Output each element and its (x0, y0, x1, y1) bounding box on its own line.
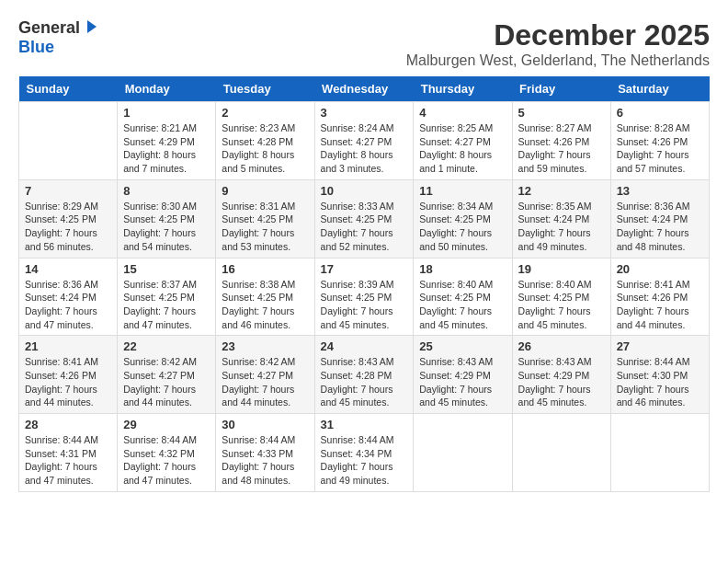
calendar-cell: 7Sunrise: 8:29 AMSunset: 4:25 PMDaylight… (19, 179, 118, 258)
calendar-cell: 13Sunrise: 8:36 AMSunset: 4:24 PMDayligh… (610, 179, 709, 258)
day-number: 3 (321, 106, 408, 120)
day-number: 13 (617, 184, 703, 198)
day-number: 2 (222, 106, 308, 120)
day-info: Sunrise: 8:36 AMSunset: 4:24 PMDaylight:… (617, 200, 703, 254)
calendar-cell: 1Sunrise: 8:21 AMSunset: 4:29 PMDaylight… (118, 102, 216, 180)
logo-icon (82, 18, 98, 35)
svg-marker-0 (87, 20, 97, 33)
header-wednesday: Wednesday (314, 76, 414, 102)
day-number: 16 (222, 262, 308, 276)
day-number: 4 (419, 106, 506, 120)
week-row-5: 28Sunrise: 8:44 AMSunset: 4:31 PMDayligh… (19, 414, 710, 492)
day-info: Sunrise: 8:40 AMSunset: 4:25 PMDaylight:… (419, 278, 506, 332)
day-number: 20 (617, 262, 703, 276)
day-info: Sunrise: 8:39 AMSunset: 4:25 PMDaylight:… (321, 278, 408, 332)
day-info: Sunrise: 8:43 AMSunset: 4:28 PMDaylight:… (321, 355, 408, 409)
calendar-cell: 22Sunrise: 8:42 AMSunset: 4:27 PMDayligh… (118, 336, 216, 414)
logo-text-blue: Blue (18, 38, 54, 57)
calendar-cell: 12Sunrise: 8:35 AMSunset: 4:24 PMDayligh… (512, 179, 610, 258)
calendar-cell: 5Sunrise: 8:27 AMSunset: 4:26 PMDaylight… (512, 102, 610, 180)
logo-text-general: General (18, 18, 80, 38)
day-number: 10 (321, 184, 408, 198)
title-block: December 2025 Malburgen West, Gelderland… (406, 18, 710, 69)
calendar-cell: 3Sunrise: 8:24 AMSunset: 4:27 PMDaylight… (314, 102, 414, 180)
calendar-cell: 20Sunrise: 8:41 AMSunset: 4:26 PMDayligh… (610, 258, 709, 336)
page-header: General Blue December 2025 Malburgen Wes… (18, 18, 710, 69)
header-thursday: Thursday (414, 76, 512, 102)
month-title: December 2025 (406, 18, 710, 52)
calendar-cell: 28Sunrise: 8:44 AMSunset: 4:31 PMDayligh… (19, 414, 118, 492)
day-number: 26 (518, 339, 605, 353)
calendar-cell: 15Sunrise: 8:37 AMSunset: 4:25 PMDayligh… (118, 258, 216, 336)
day-info: Sunrise: 8:29 AMSunset: 4:25 PMDaylight:… (25, 200, 111, 254)
header-tuesday: Tuesday (216, 76, 314, 102)
day-info: Sunrise: 8:34 AMSunset: 4:25 PMDaylight:… (419, 200, 506, 254)
day-number: 22 (123, 339, 210, 353)
calendar-cell: 26Sunrise: 8:43 AMSunset: 4:29 PMDayligh… (512, 336, 610, 414)
calendar-cell: 9Sunrise: 8:31 AMSunset: 4:25 PMDaylight… (216, 179, 314, 258)
day-info: Sunrise: 8:43 AMSunset: 4:29 PMDaylight:… (518, 355, 605, 409)
calendar-body: 1Sunrise: 8:21 AMSunset: 4:29 PMDaylight… (19, 102, 710, 492)
day-info: Sunrise: 8:44 AMSunset: 4:31 PMDaylight:… (25, 433, 111, 488)
day-info: Sunrise: 8:33 AMSunset: 4:25 PMDaylight:… (321, 200, 408, 254)
day-info: Sunrise: 8:27 AMSunset: 4:26 PMDaylight:… (518, 121, 605, 176)
calendar-cell: 16Sunrise: 8:38 AMSunset: 4:25 PMDayligh… (216, 258, 314, 336)
day-number: 1 (123, 106, 210, 120)
header-sunday: Sunday (19, 76, 118, 102)
day-info: Sunrise: 8:38 AMSunset: 4:25 PMDaylight:… (222, 278, 308, 332)
day-number: 5 (518, 106, 605, 120)
day-info: Sunrise: 8:44 AMSunset: 4:33 PMDaylight:… (222, 433, 308, 488)
day-number: 25 (419, 339, 506, 353)
day-number: 28 (25, 418, 111, 431)
day-info: Sunrise: 8:23 AMSunset: 4:28 PMDaylight:… (222, 121, 308, 176)
calendar-header: Sunday Monday Tuesday Wednesday Thursday… (19, 76, 710, 102)
calendar-cell: 6Sunrise: 8:28 AMSunset: 4:26 PMDaylight… (610, 102, 709, 180)
day-info: Sunrise: 8:42 AMSunset: 4:27 PMDaylight:… (222, 355, 308, 409)
week-row-3: 14Sunrise: 8:36 AMSunset: 4:24 PMDayligh… (19, 258, 710, 336)
calendar-cell: 19Sunrise: 8:40 AMSunset: 4:25 PMDayligh… (512, 258, 610, 336)
day-info: Sunrise: 8:31 AMSunset: 4:25 PMDaylight:… (222, 200, 308, 254)
day-number: 17 (321, 262, 408, 276)
day-number: 12 (518, 184, 605, 198)
day-info: Sunrise: 8:44 AMSunset: 4:34 PMDaylight:… (321, 433, 408, 488)
day-number: 9 (222, 184, 308, 198)
header-monday: Monday (118, 76, 216, 102)
day-info: Sunrise: 8:24 AMSunset: 4:27 PMDaylight:… (321, 121, 408, 176)
day-number: 21 (25, 339, 111, 353)
day-info: Sunrise: 8:42 AMSunset: 4:27 PMDaylight:… (123, 355, 210, 409)
week-row-2: 7Sunrise: 8:29 AMSunset: 4:25 PMDaylight… (19, 179, 710, 258)
calendar-cell: 2Sunrise: 8:23 AMSunset: 4:28 PMDaylight… (216, 102, 314, 180)
day-number: 11 (419, 184, 506, 198)
calendar-cell: 27Sunrise: 8:44 AMSunset: 4:30 PMDayligh… (610, 336, 709, 414)
day-number: 29 (123, 418, 210, 431)
week-row-1: 1Sunrise: 8:21 AMSunset: 4:29 PMDaylight… (19, 102, 710, 180)
day-number: 27 (617, 339, 703, 353)
calendar-cell: 8Sunrise: 8:30 AMSunset: 4:25 PMDaylight… (118, 179, 216, 258)
day-number: 19 (518, 262, 605, 276)
day-info: Sunrise: 8:44 AMSunset: 4:30 PMDaylight:… (617, 355, 703, 409)
calendar-table: Sunday Monday Tuesday Wednesday Thursday… (18, 76, 710, 492)
day-info: Sunrise: 8:36 AMSunset: 4:24 PMDaylight:… (25, 278, 111, 332)
day-info: Sunrise: 8:40 AMSunset: 4:25 PMDaylight:… (518, 278, 605, 332)
calendar-cell: 31Sunrise: 8:44 AMSunset: 4:34 PMDayligh… (314, 414, 414, 492)
day-info: Sunrise: 8:25 AMSunset: 4:27 PMDaylight:… (419, 121, 506, 176)
day-info: Sunrise: 8:41 AMSunset: 4:26 PMDaylight:… (617, 278, 703, 332)
calendar-cell: 11Sunrise: 8:34 AMSunset: 4:25 PMDayligh… (414, 179, 512, 258)
day-number: 24 (321, 339, 408, 353)
calendar-cell (610, 414, 709, 492)
calendar-cell: 29Sunrise: 8:44 AMSunset: 4:32 PMDayligh… (118, 414, 216, 492)
day-number: 31 (321, 418, 408, 431)
calendar-cell (414, 414, 512, 492)
day-info: Sunrise: 8:41 AMSunset: 4:26 PMDaylight:… (25, 355, 111, 409)
day-number: 8 (123, 184, 210, 198)
calendar-cell: 30Sunrise: 8:44 AMSunset: 4:33 PMDayligh… (216, 414, 314, 492)
calendar-cell: 17Sunrise: 8:39 AMSunset: 4:25 PMDayligh… (314, 258, 414, 336)
calendar-cell: 25Sunrise: 8:43 AMSunset: 4:29 PMDayligh… (414, 336, 512, 414)
week-row-4: 21Sunrise: 8:41 AMSunset: 4:26 PMDayligh… (19, 336, 710, 414)
calendar-cell: 23Sunrise: 8:42 AMSunset: 4:27 PMDayligh… (216, 336, 314, 414)
day-number: 6 (617, 106, 703, 120)
calendar-cell (512, 414, 610, 492)
header-row: Sunday Monday Tuesday Wednesday Thursday… (19, 76, 710, 102)
day-info: Sunrise: 8:21 AMSunset: 4:29 PMDaylight:… (123, 121, 210, 176)
day-info: Sunrise: 8:43 AMSunset: 4:29 PMDaylight:… (419, 355, 506, 409)
